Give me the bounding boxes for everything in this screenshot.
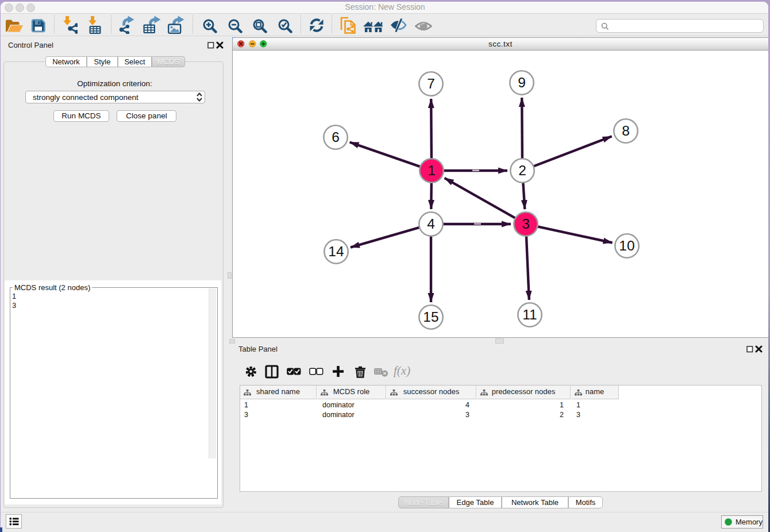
svg-text:7: 7 [427, 76, 435, 91]
svg-text:9: 9 [518, 75, 526, 90]
svg-text:8: 8 [622, 123, 630, 138]
svg-text:3: 3 [522, 216, 530, 232]
svg-text:4: 4 [427, 216, 435, 232]
svg-text:2: 2 [518, 163, 526, 178]
svg-text:14: 14 [328, 244, 344, 259]
svg-text:15: 15 [423, 309, 438, 325]
svg-text:6: 6 [332, 129, 340, 145]
svg-text:11: 11 [522, 307, 537, 322]
svg-text:1: 1 [428, 163, 436, 178]
svg-text:10: 10 [619, 238, 634, 253]
